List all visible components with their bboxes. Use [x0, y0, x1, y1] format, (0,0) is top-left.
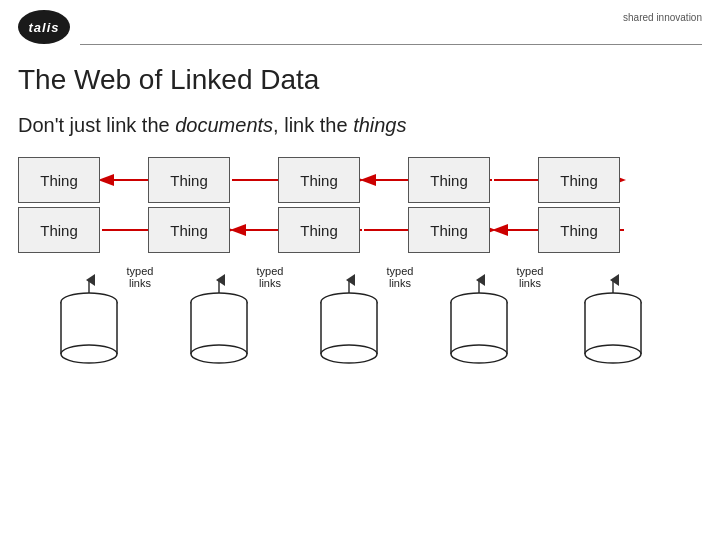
thing-label: Thing — [560, 172, 598, 189]
subtitle-section: Don't just link the documents, link the … — [0, 96, 720, 137]
thing-label: Thing — [430, 172, 468, 189]
thing-box: Thing — [408, 157, 490, 203]
thing-label: Thing — [40, 222, 78, 239]
title-section: The Web of Linked Data — [0, 44, 720, 96]
database-cylinder — [319, 292, 379, 364]
database-cylinder — [583, 292, 643, 364]
thing-label: Thing — [430, 222, 468, 239]
talis-logo: talis — [18, 10, 70, 44]
logo-text: talis — [28, 20, 59, 35]
thing-box: Thing — [148, 207, 230, 253]
thing-label: Thing — [560, 222, 598, 239]
thing-label: Thing — [170, 172, 208, 189]
thing-box: Thing — [408, 207, 490, 253]
subtitle-middle: , link the — [273, 114, 353, 136]
shared-innovation-text: shared innovation — [623, 12, 702, 23]
typed-links-label: typedlinks — [505, 265, 555, 289]
svg-point-32 — [451, 345, 507, 363]
svg-point-22 — [191, 345, 247, 363]
thing-label: Thing — [170, 222, 208, 239]
database-cylinder — [449, 292, 509, 364]
thing-box: Thing — [538, 207, 620, 253]
subtitle-word1: documents — [175, 114, 273, 136]
header-divider — [80, 44, 702, 45]
subtitle: Don't just link the documents, link the … — [18, 114, 702, 137]
svg-point-17 — [61, 345, 117, 363]
thing-label: Thing — [300, 172, 338, 189]
diagram: Thing Thing Thing Thing Thing Thing Thin… — [0, 147, 720, 467]
thing-box: Thing — [278, 157, 360, 203]
database-cylinder — [189, 292, 249, 364]
logo-area: talis — [18, 10, 70, 44]
typed-links-label: typedlinks — [375, 265, 425, 289]
typed-links-label: typedlinks — [245, 265, 295, 289]
svg-point-37 — [585, 345, 641, 363]
thing-box: Thing — [148, 157, 230, 203]
subtitle-word2: things — [353, 114, 406, 136]
database-cylinder — [59, 292, 119, 364]
thing-box: Thing — [538, 157, 620, 203]
thing-box: Thing — [278, 207, 360, 253]
page-title: The Web of Linked Data — [18, 64, 702, 96]
thing-label: Thing — [300, 222, 338, 239]
subtitle-prefix: Don't just link the — [18, 114, 175, 136]
typed-links-label: typedlinks — [115, 265, 165, 289]
thing-box: Thing — [18, 157, 100, 203]
thing-label: Thing — [40, 172, 78, 189]
svg-point-27 — [321, 345, 377, 363]
header: talis shared innovation — [0, 0, 720, 44]
thing-box: Thing — [18, 207, 100, 253]
